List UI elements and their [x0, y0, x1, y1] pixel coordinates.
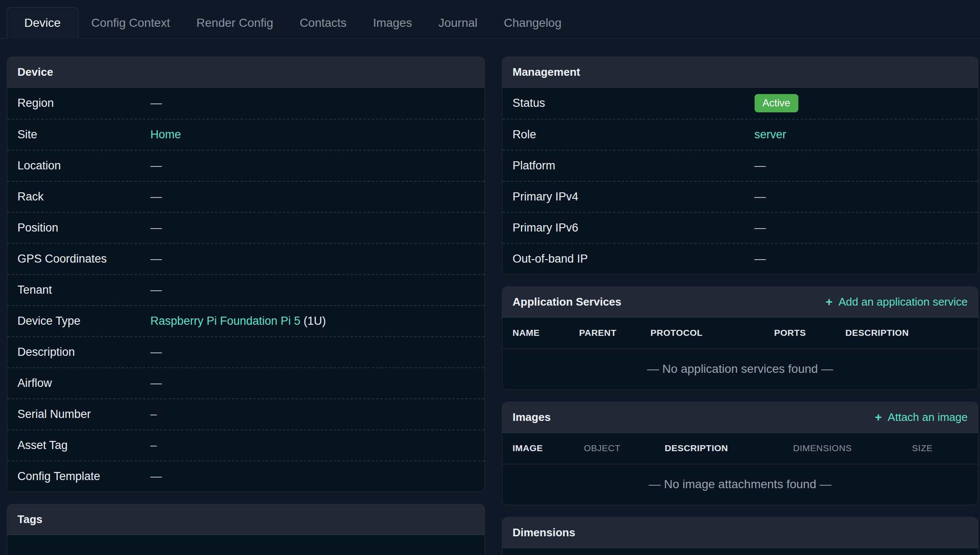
- attr-label: Device Type: [7, 315, 151, 328]
- attr-value: —: [151, 97, 162, 110]
- column-header-dimensions: DIMENSIONS: [783, 433, 902, 464]
- device-card: Device Region — Site Home Location — Rac…: [7, 57, 485, 492]
- attr-row-platform: Platform —: [502, 150, 978, 181]
- attr-row-gps-coordinates: GPS Coordinates —: [7, 243, 484, 274]
- attr-row-rack: Rack —: [7, 181, 484, 212]
- attr-label: Rack: [7, 190, 151, 203]
- right-column: Management Status Active Role server Pla…: [502, 57, 978, 555]
- attr-value: —: [755, 252, 766, 266]
- attr-row-primary-ipv6: Primary IPv6 —: [502, 212, 978, 243]
- add-application-service-label: Add an application service: [838, 295, 968, 309]
- attr-value: —: [151, 190, 162, 203]
- column-header-size: SIZE: [902, 433, 978, 464]
- attr-row-region: Region —: [7, 88, 484, 119]
- tab-journal[interactable]: Journal: [425, 8, 491, 38]
- empty-state-row: — No image attachments found —: [502, 464, 978, 505]
- attr-row-asset-tag: Asset Tag –: [7, 429, 484, 461]
- add-application-service-button[interactable]: + Add an application service: [826, 295, 968, 309]
- plus-icon: +: [875, 412, 882, 423]
- attr-label: Status: [502, 97, 755, 110]
- attr-value: —: [151, 470, 162, 483]
- attr-row-out-of-band-ip: Out-of-band IP —: [502, 243, 978, 274]
- attr-row-role: Role server: [502, 119, 978, 150]
- attr-label: GPS Coordinates: [7, 252, 151, 266]
- device-card-title: Device: [17, 66, 53, 79]
- column-header-ports: PORTS: [764, 318, 835, 349]
- attr-label: Site: [7, 128, 151, 141]
- attr-row-config-template: Config Template —: [7, 461, 484, 492]
- attr-row-primary-ipv4: Primary IPv4 —: [502, 181, 978, 212]
- attr-label: Primary IPv6: [502, 221, 755, 235]
- attr-value: —: [151, 159, 162, 172]
- images-card-header: Images + Attach an image: [502, 402, 978, 433]
- attr-row-description: Description —: [7, 336, 484, 367]
- attr-label: Tenant: [7, 283, 151, 297]
- application-services-card: Application Services + Add an applicatio…: [502, 286, 978, 390]
- column-header-description: DESCRIPTION: [655, 433, 783, 464]
- empty-state-text: — No application services found —: [502, 349, 978, 389]
- attr-value: —: [151, 221, 162, 235]
- attr-label: Role: [502, 128, 755, 141]
- attr-label: Position: [7, 221, 151, 235]
- dimensions-card-title: Dimensions: [513, 526, 575, 539]
- application-services-table: NAME PARENT PROTOCOL PORTS DESCRIPTION —…: [502, 318, 978, 389]
- attr-label: Out-of-band IP: [502, 252, 755, 266]
- column-header-object: OBJECT: [574, 433, 655, 464]
- dimensions-card-body: [502, 548, 978, 555]
- attr-value: —: [151, 346, 162, 359]
- attr-label: Platform: [502, 159, 755, 172]
- tab-changelog[interactable]: Changelog: [491, 8, 575, 38]
- column-header-description: DESCRIPTION: [835, 318, 978, 349]
- attr-value: –: [151, 439, 157, 452]
- attr-label: Config Template: [7, 470, 151, 483]
- attach-image-button[interactable]: + Attach an image: [875, 411, 968, 424]
- attr-value: —: [151, 377, 162, 390]
- images-card: Images + Attach an image IMAGE OBJECT DE…: [502, 402, 978, 505]
- attr-row-position: Position —: [7, 212, 484, 243]
- page-content: Device Region — Site Home Location — Rac…: [0, 39, 980, 555]
- column-header-name: NAME: [502, 318, 569, 349]
- management-card: Management Status Active Role server Pla…: [502, 57, 978, 275]
- attr-label: Location: [7, 159, 151, 172]
- table-header-row: IMAGE OBJECT DESCRIPTION DIMENSIONS SIZE: [502, 433, 978, 464]
- column-header-image: IMAGE: [502, 433, 574, 464]
- empty-state-row: — No application services found —: [502, 349, 978, 389]
- application-services-card-header: Application Services + Add an applicatio…: [502, 287, 978, 318]
- attr-label: Serial Number: [7, 408, 151, 421]
- attr-value: —: [755, 221, 766, 235]
- tab-contacts[interactable]: Contacts: [286, 8, 360, 38]
- attr-row-serial-number: Serial Number –: [7, 398, 484, 429]
- attr-row-airflow: Airflow —: [7, 367, 484, 398]
- tab-render-config[interactable]: Render Config: [183, 8, 287, 38]
- images-table: IMAGE OBJECT DESCRIPTION DIMENSIONS SIZE…: [502, 433, 978, 505]
- attr-value: —: [151, 252, 162, 266]
- device-type-link[interactable]: Raspberry Pi Foundation Pi 5: [151, 315, 301, 327]
- attr-row-site: Site Home: [7, 119, 484, 150]
- attr-row-tenant: Tenant —: [7, 274, 484, 305]
- images-card-title: Images: [513, 411, 551, 424]
- attr-value: —: [151, 283, 162, 297]
- column-header-parent: PARENT: [569, 318, 641, 349]
- tags-card: Tags: [7, 504, 485, 555]
- management-card-body: Status Active Role server Platform — Pri…: [502, 88, 978, 274]
- attr-label: Asset Tag: [7, 439, 151, 452]
- attr-label: Description: [7, 346, 151, 359]
- management-card-header: Management: [502, 57, 978, 88]
- application-services-card-title: Application Services: [513, 295, 621, 309]
- attr-row-location: Location —: [7, 150, 484, 181]
- site-link[interactable]: Home: [151, 128, 181, 141]
- device-card-header: Device: [7, 57, 484, 88]
- attach-image-label: Attach an image: [888, 411, 968, 424]
- role-link[interactable]: server: [755, 128, 786, 141]
- object-tabbar: Device Config Context Render Config Cont…: [0, 0, 980, 39]
- tab-images[interactable]: Images: [360, 8, 425, 38]
- attr-row-status: Status Active: [502, 88, 978, 119]
- dimensions-card-header: Dimensions: [502, 518, 978, 548]
- dimensions-card: Dimensions: [502, 517, 978, 555]
- attr-row-device-type: Device Type Raspberry Pi Foundation Pi 5…: [7, 305, 484, 336]
- attr-value: –: [151, 408, 157, 421]
- tab-device[interactable]: Device: [7, 7, 78, 39]
- tab-config-context[interactable]: Config Context: [78, 8, 183, 38]
- tags-card-header: Tags: [7, 504, 484, 535]
- tags-card-body: [7, 535, 484, 555]
